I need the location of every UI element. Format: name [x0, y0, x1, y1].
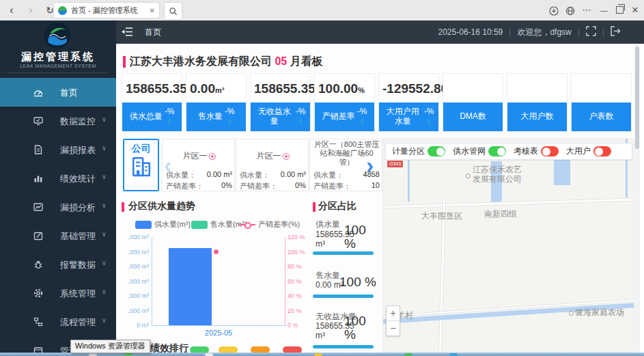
stat-value: 0.00m³: [190, 81, 224, 96]
logout-button[interactable]: [611, 26, 621, 38]
zoom-out-button[interactable]: −: [387, 321, 400, 336]
sidebar-item-performance-stats[interactable]: 绩效统计 ∨: [0, 164, 116, 193]
taskbar-icon[interactable]: [205, 353, 213, 356]
dashboard-icon: [33, 87, 44, 98]
toggle-switch[interactable]: [593, 146, 611, 156]
scrollbar-thumb[interactable]: [635, 46, 639, 149]
toggle-label: 计量分区: [392, 146, 425, 157]
toggle-assessment-meter[interactable]: 考核表: [514, 146, 559, 157]
window-restore-icon[interactable]: [612, 0, 627, 20]
proportion-progress-bar: [313, 251, 374, 255]
toggle-label: 大用户: [566, 146, 591, 157]
tab-close-icon[interactable]: ✕: [150, 7, 155, 14]
browser-forward-icon[interactable]: ›: [23, 2, 38, 18]
taskbar-icon[interactable]: [404, 353, 412, 356]
sidebar-item-alarm-data[interactable]: 报警数据 ∨: [0, 250, 116, 279]
window-minimize-icon[interactable]: —: [596, 0, 611, 20]
carousel-prev-icon[interactable]: ‹: [164, 153, 171, 176]
flow-icon: [33, 316, 44, 327]
screen: ‹ › ↻ 首页 - 漏控管理系统 ✕ ⋯ — ✕ 首页 2025-06-16 …: [0, 0, 644, 356]
site-favicon: [58, 6, 67, 15]
y-tick: ,000 m³: [120, 292, 149, 299]
down-arrow-icon: ↓: [227, 116, 232, 126]
map-canvas[interactable]: G343 江苏佳禾农艺发展有限公司 大丰围垦区 南新四组 羊村 健海家庭农场 计…: [382, 138, 634, 353]
window-close-icon[interactable]: ✕: [628, 0, 643, 20]
stat-label-button[interactable]: 售水量-%↓: [186, 102, 246, 131]
company-card[interactable]: 公司: [123, 139, 159, 191]
sidebar-item-label: 绩效统计: [60, 173, 96, 185]
sidebar-item-leak-report[interactable]: 漏损报表 ∨: [0, 135, 116, 164]
toggle-supply-network[interactable]: 供水管网: [453, 146, 506, 157]
taskbar-icon[interactable]: [314, 353, 322, 356]
nrw-label: 产销差率：: [240, 181, 277, 191]
browser-chrome: ‹ › ↻ 首页 - 漏控管理系统 ✕ ⋯ — ✕: [0, 0, 644, 20]
chevron-down-icon: ∨: [102, 316, 107, 324]
sidebar-item-label: 首页: [60, 87, 78, 99]
taskbar-icon[interactable]: [124, 353, 132, 356]
toggle-metering-zone[interactable]: 计量分区: [392, 146, 445, 157]
nrw-rate-point[interactable]: [214, 249, 219, 254]
menu-collapse-icon[interactable]: [122, 27, 133, 40]
proportion-accent-bar: [313, 202, 316, 212]
chevron-down-icon: ∨: [102, 259, 107, 266]
browser-search-button[interactable]: [164, 2, 182, 20]
browser-tab[interactable]: 首页 - 漏控管理系统 ✕: [53, 2, 160, 18]
chevron-down-icon: ∨: [102, 288, 107, 295]
stat-label-button[interactable]: 无收益水量-%↓: [251, 102, 310, 131]
browser-back-icon[interactable]: ‹: [4, 2, 19, 18]
browser-more-icon[interactable]: ⋯: [579, 0, 594, 20]
sidebar-item-system-management[interactable]: 系统管理 ∨: [0, 279, 116, 307]
toggle-big-user[interactable]: 大用户: [566, 146, 611, 157]
download-icon[interactable]: [546, 0, 561, 20]
toggle-switch[interactable]: [488, 146, 506, 156]
stat-label-button[interactable]: 供水总量-%↓: [122, 102, 182, 131]
document-icon: [33, 144, 44, 155]
stat-label-button[interactable]: 大用户数: [507, 102, 567, 131]
supply-value: 0.00 m³: [281, 170, 306, 180]
sidebar-item-process-management[interactable]: 流程管理 ∨: [0, 307, 116, 336]
y-tick-right: 80 %: [288, 263, 312, 270]
toggle-switch[interactable]: [428, 146, 445, 156]
title-accent-bar: [123, 56, 126, 68]
edit-icon: [33, 230, 44, 241]
fullscreen-button[interactable]: [586, 26, 596, 38]
app-header: 首页 2025-06-16 10:59 | 欢迎您，dfgsw | |: [116, 20, 644, 44]
sidebar-item-home[interactable]: 首页: [0, 78, 116, 107]
stat-label-button[interactable]: DMA数: [443, 102, 503, 131]
chevron-down-icon: ∨: [102, 230, 107, 238]
y-tick: ,000 m³: [120, 249, 149, 256]
chevron-down-icon: ∨: [102, 202, 107, 209]
supply-value: 0.00 m³: [207, 170, 232, 180]
taskbar-icon[interactable]: [89, 353, 97, 356]
tab-home[interactable]: 首页: [145, 27, 161, 38]
sidebar-item-data-monitor[interactable]: 数据监控 ∨: [0, 107, 116, 135]
y-tick-right: 60 %: [288, 278, 312, 285]
taskbar-icon[interactable]: [449, 353, 458, 356]
legend-nrw-rate[interactable]: 产销差率(%): [239, 219, 300, 230]
sidebar-item-label: 报警数据: [60, 259, 96, 271]
sidebar-item-leak-analysis[interactable]: 漏损分析 ∨: [0, 193, 116, 221]
legend-sold[interactable]: 售水量(m³): [191, 219, 247, 230]
app-title: 漏控管理系统: [0, 51, 116, 64]
proportion-progress-bar: [313, 295, 374, 298]
zoom-in-button[interactable]: +: [387, 306, 400, 321]
zone-card-1[interactable]: 片区一 供水量：0.00 m³ 产销差率：0%: [162, 139, 235, 191]
stat-label-button[interactable]: 大用户用水量-%↓: [379, 102, 438, 131]
toggle-switch[interactable]: [541, 146, 559, 156]
stat-label-button[interactable]: 户表数: [572, 102, 631, 131]
zone-card-2[interactable]: 片区一 供水量：0.00 m³ 产销差率：0%: [236, 139, 309, 191]
zone-title: 片区一: [183, 151, 208, 161]
bug-icon: [33, 259, 44, 270]
y-tick-right: 120 %: [288, 234, 312, 241]
bar-chart-icon: [33, 173, 44, 184]
legend-supply[interactable]: 供水量(m³): [135, 219, 191, 230]
supply-bar[interactable]: [169, 248, 212, 325]
sidebar-item-basic-management[interactable]: 基础管理 ∨: [0, 221, 116, 250]
sidebar: 漏控管理系统 LEAK MANAGEMENT SYSTEM 首页 数据监控 ∨ …: [0, 20, 116, 356]
stat-label-button[interactable]: 产销差率-%↓: [315, 102, 374, 131]
carousel-next-icon[interactable]: ›: [366, 153, 374, 176]
globe-icon[interactable]: [563, 0, 578, 20]
separator: |: [602, 27, 604, 37]
map-label-company: 江苏佳禾农艺发展有限公司: [473, 165, 522, 184]
nrw-value: 0%: [295, 181, 306, 191]
